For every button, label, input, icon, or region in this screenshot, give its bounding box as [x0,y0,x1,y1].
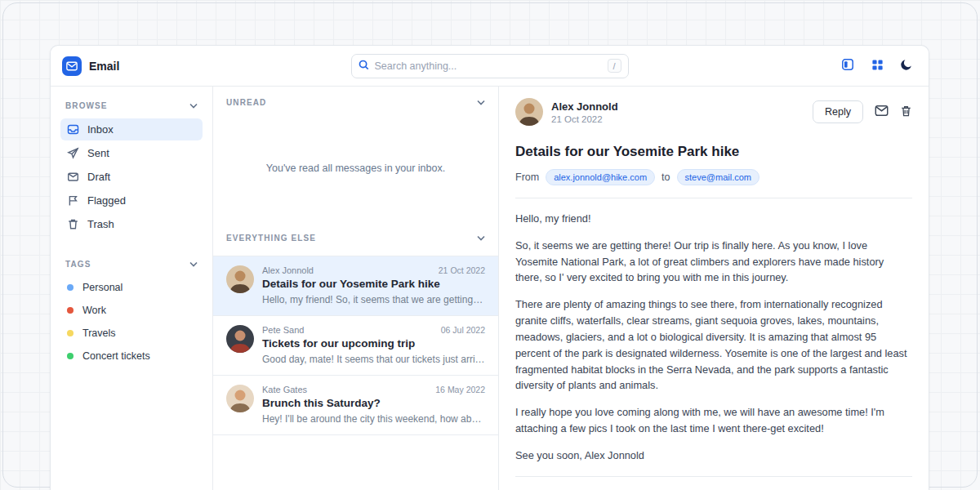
tags-section-header: TAGS [60,256,203,272]
email-body: Hello, my friend! So, it seems we are ge… [515,211,912,464]
body-paragraph: See you soon, Alex Jonnold [515,448,912,464]
message-date: 06 Jul 2022 [441,325,485,335]
everything-else-header: EVERYTHING ELSE [213,224,498,251]
tag-color-dot [67,353,74,359]
tag-label: Personal [82,282,122,293]
tag-label: Work [82,305,106,316]
avatar [226,265,254,293]
unread-label: UNREAD [226,98,266,107]
divider [515,198,912,198]
search-shortcut-badge: / [608,59,621,73]
message-sender: Pete Sand [262,325,304,335]
message-summary: Kate Gates 16 May 2022 Brunch this Satur… [262,385,485,425]
tag-color-dot [67,307,74,314]
tags-label: TAGS [65,260,91,269]
tag-label: Concert tickets [82,350,150,362]
search-icon [359,59,369,74]
detail-subject: Details for our Yosemite Park hike [515,144,912,160]
apps-grid-button[interactable] [866,56,888,77]
browse-section-header: BROWSE [60,98,203,114]
unread-section: UNREAD You've read all messages in your … [213,87,498,224]
chevron-down-icon[interactable] [477,100,485,105]
body-paragraph: I really hope you love coming along with… [515,404,912,437]
sent-icon [67,147,79,159]
trash-icon [67,218,79,230]
reply-button[interactable]: Reply [813,100,863,123]
to-email-chip[interactable]: steve@mail.com [677,169,760,185]
message-detail-panel: Alex Jonnold 21 Oct 2022 Reply [499,87,929,490]
browse-label: BROWSE [65,101,108,110]
draft-icon [67,171,79,183]
sidebar-item-trash[interactable]: Trash [60,213,203,235]
message-summary: Pete Sand 06 Jul 2022 Tickets for our up… [262,325,485,365]
tag-item-work[interactable]: Work [60,300,203,321]
search-box[interactable]: / [351,54,629,78]
sidebar-item-label: Sent [87,147,109,159]
from-label: From [515,172,539,183]
message-sender: Kate Gates [262,385,307,394]
tag-color-dot [67,330,74,336]
topbar-actions [837,56,917,77]
message-subject: Tickets for our upcoming trip [262,337,485,350]
body-paragraph: So, it seems we are getting there! Our t… [515,238,912,286]
divider [515,476,912,477]
sidebar-item-label: Flagged [87,194,126,207]
sidebar-item-inbox[interactable]: Inbox [60,118,203,140]
tag-item-concert-tickets[interactable]: Concert tickets [60,345,203,367]
folder-nav: Inbox Sent Draft [60,118,203,235]
message-subject: Brunch this Saturday? [262,397,485,409]
avatar [226,325,254,353]
layout-panel-button[interactable] [837,56,858,77]
apps-grid-icon [871,59,884,74]
tag-label: Travels [82,327,116,339]
sidebar-item-label: Inbox [87,123,114,136]
everything-else-label: EVERYTHING ELSE [226,234,316,243]
dark-mode-button[interactable] [896,56,917,77]
sidebar-item-label: Trash [87,218,114,230]
mark-as-email-button[interactable] [875,105,889,119]
from-email-chip[interactable]: alex.jonnold@hike.com [546,169,655,185]
tag-color-dot [67,284,74,291]
tag-item-personal[interactable]: Personal [60,277,203,298]
detail-sender-block: Alex Jonnold 21 Oct 2022 [551,100,618,124]
inbox-icon [67,123,79,136]
tag-item-travels[interactable]: Travels [60,323,203,344]
sidebar-item-flagged[interactable]: Flagged [60,189,203,212]
chevron-down-icon[interactable] [189,103,198,109]
chevron-down-icon[interactable] [477,235,485,241]
message-list-item[interactable]: Pete Sand 06 Jul 2022 Tickets for our up… [213,316,498,376]
message-date: 21 Oct 2022 [439,265,485,275]
email-logo-icon [62,56,82,76]
body-paragraph: Hello, my friend! [515,211,912,227]
from-to-row: From alex.jonnold@hike.com to steve@mail… [515,169,912,185]
chevron-down-icon[interactable] [189,261,198,267]
unread-empty-text: You've read all messages in your inbox. [213,112,498,224]
moon-icon [900,58,913,74]
detail-header: Alex Jonnold 21 Oct 2022 Reply [515,98,912,126]
flag-icon [67,194,79,207]
tags-section: TAGS Personal Work Travels [60,256,203,367]
message-list-item[interactable]: Kate Gates 16 May 2022 Brunch this Satur… [213,376,498,435]
sidebar: BROWSE Inbox Sent [51,87,213,490]
trash-icon [900,105,912,120]
brand: Email [62,56,119,76]
message-preview: Hey! I'll be around the city this weeken… [262,413,485,425]
delete-message-button[interactable] [900,105,912,120]
search-input[interactable] [375,60,602,72]
sidebar-item-label: Draft [87,171,110,183]
envelope-icon [875,105,889,119]
to-label: to [662,172,670,183]
topbar: Email / [51,46,929,87]
sidebar-item-sent[interactable]: Sent [60,142,203,164]
message-date: 16 May 2022 [435,385,485,394]
message-list-item[interactable]: Alex Jonnold 21 Oct 2022 Details for our… [213,256,498,316]
app-title: Email [89,60,119,73]
message-sender: Alex Jonnold [262,265,314,275]
message-preview: Hello, my friend! So, it seems that we a… [262,294,485,305]
avatar [515,98,543,126]
sidebar-item-draft[interactable]: Draft [60,166,203,188]
detail-sender-name: Alex Jonnold [551,100,618,113]
unread-section-header: UNREAD [213,87,498,107]
message-subject: Details for our Yosemite Park hike [262,278,485,290]
avatar [226,385,254,412]
